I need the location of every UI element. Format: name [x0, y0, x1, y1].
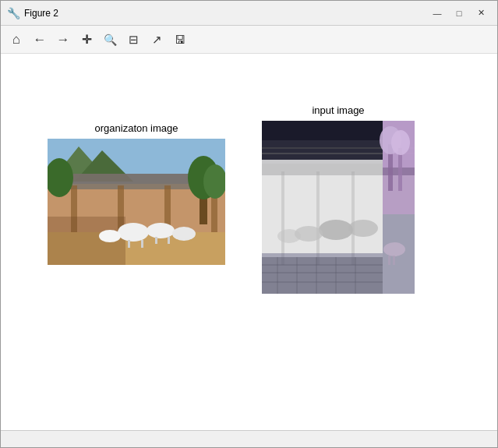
svg-point-14: [147, 223, 175, 238]
svg-rect-18: [141, 240, 143, 248]
svg-point-13: [118, 223, 149, 242]
svg-point-16: [99, 230, 121, 242]
organization-image-label: organizaton image: [95, 122, 178, 134]
svg-point-41: [319, 220, 353, 240]
window-title: Figure 2: [24, 8, 427, 19]
minimize-button[interactable]: —: [427, 5, 447, 21]
svg-point-44: [277, 229, 301, 243]
organization-image-box: [48, 139, 225, 265]
svg-rect-37: [262, 164, 383, 175]
move-button[interactable]: ✛: [76, 29, 97, 51]
status-bar: [1, 430, 497, 447]
svg-rect-17: [128, 240, 130, 248]
zoom-button[interactable]: 🔍: [99, 29, 121, 51]
close-button[interactable]: ✕: [471, 5, 491, 21]
configure-icon: ⊟: [129, 33, 139, 47]
svg-point-42: [348, 220, 378, 237]
chart-button[interactable]: ↗: [146, 29, 168, 51]
svg-point-15: [172, 227, 196, 241]
forward-button[interactable]: →: [52, 29, 74, 51]
home-icon: ⌂: [12, 32, 20, 48]
maximize-button[interactable]: □: [449, 5, 469, 21]
organization-scene-svg: [48, 139, 225, 265]
forward-icon: →: [57, 32, 70, 48]
main-window: 🔧 Figure 2 — □ ✕ ⌂ ← → ✛ 🔍 ⊟ ↗ 🖫: [0, 0, 498, 448]
window-icon: 🔧: [7, 7, 19, 19]
back-icon: ←: [34, 32, 47, 48]
save-button[interactable]: 🖫: [169, 29, 191, 51]
svg-rect-46: [262, 257, 383, 294]
back-button[interactable]: ←: [29, 29, 51, 51]
canvas-area: organizaton image: [1, 54, 497, 430]
toolbar: ⌂ ← → ✛ 🔍 ⊟ ↗ 🖫: [1, 26, 497, 54]
svg-rect-20: [168, 237, 170, 244]
home-button[interactable]: ⌂: [5, 29, 27, 51]
svg-point-56: [383, 242, 405, 256]
svg-rect-40: [351, 171, 355, 265]
svg-rect-58: [393, 256, 395, 265]
save-icon: 🖫: [175, 34, 185, 46]
input-image-box: [262, 121, 415, 294]
configure-button[interactable]: ⊟: [122, 29, 144, 51]
chart-icon: ↗: [152, 33, 162, 47]
move-icon: ✛: [82, 33, 92, 47]
input-image-container: input image: [262, 104, 415, 294]
organization-image-container: organizaton image: [48, 122, 225, 265]
svg-point-35: [391, 130, 410, 155]
window-controls: — □ ✕: [427, 5, 491, 21]
zoom-icon: 🔍: [104, 34, 117, 46]
input-scene-svg: [262, 121, 415, 294]
svg-rect-38: [281, 171, 284, 265]
svg-rect-19: [155, 237, 157, 244]
title-bar: 🔧 Figure 2 — □ ✕: [1, 1, 497, 26]
svg-rect-57: [388, 256, 390, 265]
input-image-label: input image: [312, 104, 364, 116]
svg-rect-39: [316, 171, 320, 265]
